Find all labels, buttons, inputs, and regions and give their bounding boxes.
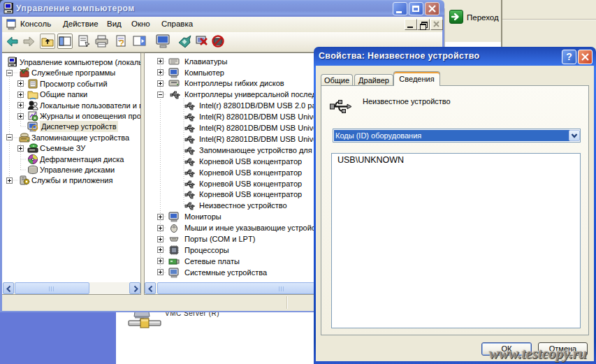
- svg-text:?: ?: [119, 38, 124, 48]
